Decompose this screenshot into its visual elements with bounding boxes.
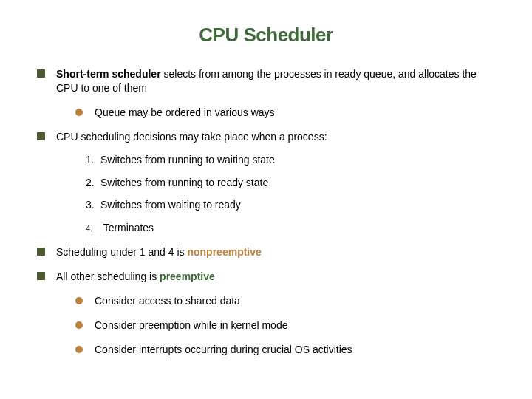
bullet-2-text: CPU scheduling decisions may take place … bbox=[56, 131, 327, 143]
numbered-3: 3.Switches from waiting to ready bbox=[86, 198, 495, 212]
bullet-3: Scheduling under 1 and 4 is nonpreemptiv… bbox=[37, 245, 495, 259]
slide-title: CPU Scheduler bbox=[37, 22, 495, 48]
subbullet-1-1-text: Queue may be ordered in various ways bbox=[95, 106, 275, 118]
subbullet-4-3-text: Consider interrupts occurring during cru… bbox=[95, 344, 352, 355]
circle-bullet-icon bbox=[75, 346, 83, 353]
circle-bullet-icon bbox=[75, 321, 83, 329]
bullet-3-highlight: nonpreemptive bbox=[187, 246, 261, 258]
subbullet-4-3: Consider interrupts occurring during cru… bbox=[75, 343, 495, 357]
bullet-4-highlight: preemptive bbox=[160, 270, 215, 282]
bullet-3-prefix: Scheduling under 1 and 4 is bbox=[56, 246, 187, 258]
subbullet-4-1: Consider access to shared data bbox=[75, 294, 495, 308]
circle-bullet-icon bbox=[75, 297, 83, 304]
square-bullet-icon bbox=[37, 248, 45, 256]
bullet-1-lead: Short-term scheduler bbox=[56, 68, 161, 80]
square-bullet-icon bbox=[37, 272, 45, 280]
subbullet-4-2-text: Consider preemption while in kernel mode bbox=[95, 319, 287, 331]
subbullet-4-1-text: Consider access to shared data bbox=[95, 295, 240, 307]
circle-bullet-icon bbox=[75, 109, 83, 116]
numbered-1: 1.Switches from running to waiting state bbox=[86, 153, 495, 167]
bullet-4: All other scheduling is preemptive Consi… bbox=[37, 270, 495, 357]
square-bullet-icon bbox=[37, 132, 45, 140]
subbullet-4-2: Consider preemption while in kernel mode bbox=[75, 318, 495, 332]
square-bullet-icon bbox=[37, 69, 45, 78]
bullet-4-prefix: All other scheduling is bbox=[56, 270, 160, 282]
numbered-4: 4. Terminates bbox=[86, 221, 495, 235]
numbered-2: 2.Switches from running to ready state bbox=[86, 176, 495, 190]
bullet-2: CPU scheduling decisions may take place … bbox=[37, 130, 495, 235]
subbullet-1-1: Queue may be ordered in various ways bbox=[75, 106, 495, 120]
bullet-1: Short-term scheduler selects from among … bbox=[37, 67, 495, 120]
